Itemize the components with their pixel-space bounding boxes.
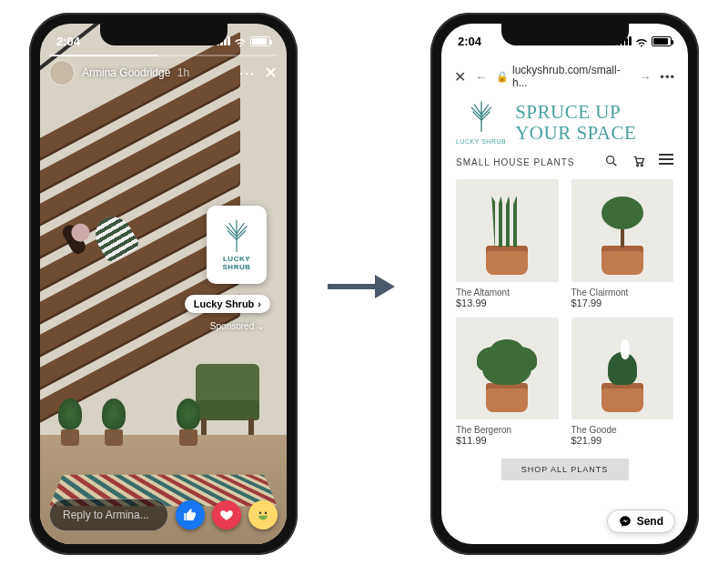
product-image	[571, 318, 674, 420]
brand-logo-icon	[467, 100, 496, 135]
reply-input[interactable]: Reply to Armina...	[49, 499, 168, 531]
product-name: The Altamont	[456, 288, 559, 298]
clock: 2:04	[56, 35, 80, 48]
web-body: LUCKY SHRUB SPRUCE UP YOUR SPACE SMALL H…	[441, 95, 688, 544]
back-icon[interactable]: ←	[475, 70, 487, 84]
svg-point-1	[259, 512, 261, 514]
chevron-down-icon: ⌄	[257, 320, 265, 331]
site-header: LUCKY SHRUB SPRUCE UP YOUR SPACE	[456, 100, 673, 145]
svg-point-4	[637, 165, 639, 166]
category-label: SMALL HOUSE PLANTS	[456, 157, 574, 167]
close-icon[interactable]: ✕	[264, 65, 278, 81]
story-media[interactable]	[40, 24, 287, 544]
clock: 2:04	[458, 35, 481, 48]
product-name: The Goode	[571, 425, 674, 435]
messenger-icon	[619, 515, 632, 528]
reaction-haha-icon[interactable]	[248, 500, 278, 530]
product-image	[571, 179, 674, 282]
more-icon[interactable]: •••	[660, 70, 675, 84]
flow-arrow-icon	[328, 273, 400, 300]
brand-cta-pill[interactable]: Lucky Shrub ›	[185, 295, 270, 313]
product-name: The Clairmont	[571, 288, 674, 298]
send-button[interactable]: Send	[607, 510, 675, 533]
send-label: Send	[637, 515, 663, 528]
product-card[interactable]: The Altamont $13.99	[456, 179, 559, 308]
reaction-like-icon[interactable]	[176, 500, 205, 530]
product-price: $21.99	[571, 435, 674, 446]
story-footer: Reply to Armina...	[49, 499, 278, 531]
product-image	[456, 179, 559, 282]
page-title: SPRUCE UP YOUR SPACE	[515, 102, 636, 142]
chevron-right-icon: ›	[258, 298, 261, 309]
hamburger-icon[interactable]	[659, 154, 673, 170]
brand-logo-icon	[221, 218, 252, 255]
cta-label: Lucky Shrub	[194, 298, 255, 309]
sponsored-label: Sponsored ⌄	[210, 320, 265, 332]
story-progress	[49, 55, 278, 56]
product-price: $11.99	[456, 435, 559, 446]
product-grid: The Altamont $13.99 The Clairmont $17.99…	[456, 179, 673, 446]
browser-chrome: ✕ ← 🔒 luckyshrub.com/small-h... → •••	[441, 60, 688, 93]
forward-icon[interactable]: →	[639, 70, 651, 84]
product-card[interactable]: The Clairmont $17.99	[571, 179, 674, 308]
wifi-icon	[234, 36, 247, 45]
battery-icon	[652, 36, 672, 46]
notch	[501, 24, 629, 45]
lock-icon: 🔒	[496, 71, 509, 83]
svg-point-2	[265, 512, 267, 514]
svg-point-3	[607, 156, 614, 164]
notch	[100, 24, 228, 45]
search-icon[interactable]	[604, 154, 619, 170]
story-screen: 2:04 Armina Goodridge 1h ⋯ ✕	[40, 24, 287, 544]
phone-right: 2:04 ✕ ← 🔒 luckyshrub.com/small-h... → •…	[430, 13, 699, 555]
cart-icon[interactable]	[632, 154, 646, 170]
phone-left: 2:04 Armina Goodridge 1h ⋯ ✕	[29, 13, 298, 555]
url-display[interactable]: 🔒 luckyshrub.com/small-h...	[496, 64, 630, 89]
poster-name[interactable]: Armina Goodridge 1h	[82, 66, 231, 79]
product-price: $13.99	[456, 298, 559, 308]
more-icon[interactable]: ⋯	[238, 65, 255, 81]
product-price: $17.99	[571, 298, 674, 308]
svg-point-5	[641, 165, 642, 166]
story-header: Armina Goodridge 1h ⋯ ✕	[49, 60, 278, 86]
avatar[interactable]	[49, 60, 75, 86]
wifi-icon	[635, 36, 648, 45]
reaction-love-icon[interactable]	[212, 500, 241, 530]
product-name: The Bergeron	[456, 425, 559, 435]
battery-icon	[250, 36, 270, 46]
product-card[interactable]: The Goode $21.99	[571, 318, 674, 447]
product-card[interactable]: The Bergeron $11.99	[456, 318, 559, 447]
product-image	[456, 318, 559, 420]
web-screen: 2:04 ✕ ← 🔒 luckyshrub.com/small-h... → •…	[441, 24, 688, 544]
category-row: SMALL HOUSE PLANTS	[456, 154, 673, 170]
svg-point-0	[256, 508, 271, 523]
brand-sticker[interactable]: LUCKY SHRUB	[207, 206, 267, 284]
close-icon[interactable]: ✕	[454, 68, 466, 86]
shop-all-button[interactable]: SHOP ALL PLANTS	[501, 459, 629, 480]
brand-sub: LUCKY SHRUB	[456, 138, 506, 145]
